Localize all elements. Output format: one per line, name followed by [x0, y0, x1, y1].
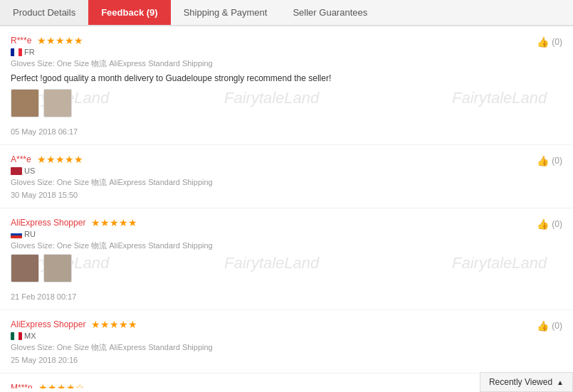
recently-viewed-label: Recently Viewed	[489, 377, 552, 387]
review-meta: Gloves Size: One Size 物流 AliExpress Stan…	[11, 58, 562, 69]
stars: ★★★★★	[37, 154, 83, 165]
review-item: AliExpress Shopper ★★★★★ RU Gloves Size:…	[0, 208, 573, 310]
like-button[interactable]: 👍 (0)	[537, 218, 562, 230]
thumbs-up-icon: 👍	[537, 218, 549, 230]
tab-feedback[interactable]: Feedback (9)	[88, 0, 170, 25]
user-row: A***e ★★★★★	[11, 154, 562, 165]
like-button[interactable]: 👍 (0)	[537, 36, 562, 48]
like-count: (0)	[552, 321, 562, 331]
review-image[interactable]	[43, 254, 72, 282]
review-meta: Gloves Size: One Size 物流 AliExpress Stan…	[11, 240, 562, 251]
watermark-area: FairytaleLand FairytaleLand FairytaleLan…	[11, 254, 562, 290]
tab-shipping[interactable]: Shipping & Payment	[171, 0, 280, 25]
thumbs-up-icon: 👍	[537, 36, 549, 48]
tab-bar: Product Details Feedback (9) Shipping & …	[0, 0, 573, 26]
chevron-up-icon: ▲	[557, 378, 564, 386]
country: MX	[24, 332, 36, 340]
review-item: R***e ★★★★★ FR Gloves Size: One Size 物流 …	[0, 26, 573, 145]
stars: ★★★★★	[91, 319, 137, 330]
review-date: 25 May 2018 20:16	[11, 356, 562, 364]
review-date: 30 May 2018 15:50	[11, 191, 562, 199]
user-row: AliExpress Shopper ★★★★★	[11, 319, 562, 330]
like-button[interactable]: 👍 (0)	[537, 155, 562, 166]
stars: ★★★★☆	[38, 382, 85, 388]
like-count: (0)	[552, 156, 562, 166]
review-image[interactable]	[11, 254, 39, 282]
thumbs-up-icon: 👍	[537, 155, 549, 166]
thumbs-up-icon: 👍	[537, 320, 549, 332]
review-image[interactable]	[43, 89, 72, 117]
flag-icon	[11, 332, 22, 340]
review-text: Perfect !good quality a month delivery t…	[11, 72, 562, 85]
stars: ★★★★★	[91, 217, 137, 228]
country: FR	[24, 48, 35, 56]
username: R***e	[11, 36, 31, 46]
review-meta: Gloves Size: One Size 物流 AliExpress Stan…	[11, 177, 562, 188]
review-image[interactable]	[11, 89, 39, 117]
like-button[interactable]: 👍 (0)	[537, 320, 562, 332]
user-row: AliExpress Shopper ★★★★★	[11, 217, 562, 228]
country: RU	[24, 230, 36, 238]
username: AliExpress Shopper	[11, 319, 85, 329]
review-item: A***e ★★★★★ US Gloves Size: One Size 物流 …	[0, 145, 573, 208]
review-date: 05 May 2018 06:17	[11, 127, 562, 136]
username: AliExpress Shopper	[11, 218, 85, 228]
review-meta: Gloves Size: One Size 物流 AliExpress Stan…	[11, 342, 562, 353]
username: A***e	[11, 154, 31, 164]
flag-icon	[11, 48, 22, 56]
user-row: R***e ★★★★★	[11, 35, 562, 46]
username: M***n	[11, 383, 33, 388]
review-date: 21 Feb 2018 00:17	[11, 292, 562, 301]
tab-product-details[interactable]: Product Details	[0, 0, 88, 25]
tab-seller[interactable]: Seller Guarantees	[280, 0, 380, 25]
review-item: AliExpress Shopper ★★★★★ MX Gloves Size:…	[0, 310, 573, 374]
flag-icon	[11, 231, 22, 238]
like-count: (0)	[552, 37, 562, 47]
stars: ★★★★★	[37, 35, 83, 46]
like-count: (0)	[552, 219, 562, 229]
tabs-container: Product Details Feedback (9) Shipping & …	[0, 0, 573, 26]
flag-icon	[11, 167, 22, 175]
watermark-area: FairytaleLand FairytaleLand FairytaleLan…	[11, 89, 562, 125]
country: US	[24, 166, 35, 175]
recently-viewed-button[interactable]: Recently Viewed ▲	[480, 372, 573, 392]
reviews-content: R***e ★★★★★ FR Gloves Size: One Size 物流 …	[0, 26, 573, 388]
